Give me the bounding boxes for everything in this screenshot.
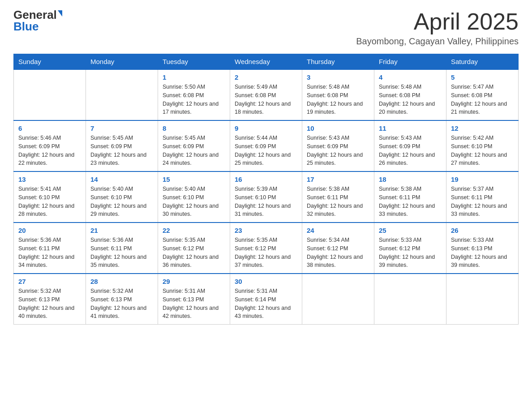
week-row-1: 1Sunrise: 5:50 AMSunset: 6:08 PMDaylight…	[14, 69, 519, 120]
day-info: Sunrise: 5:37 AMSunset: 6:11 PMDaylight:…	[451, 185, 514, 218]
day-cell: 22Sunrise: 5:35 AMSunset: 6:12 PMDayligh…	[158, 223, 230, 274]
day-number: 20	[18, 227, 81, 234]
week-row-4: 20Sunrise: 5:36 AMSunset: 6:11 PMDayligh…	[14, 223, 519, 274]
day-cell	[14, 69, 86, 120]
day-info: Sunrise: 5:44 AMSunset: 6:09 PMDaylight:…	[235, 134, 297, 167]
day-cell: 23Sunrise: 5:35 AMSunset: 6:12 PMDayligh…	[230, 223, 302, 274]
day-number: 3	[307, 73, 369, 81]
day-number: 22	[163, 227, 225, 234]
logo-triangle-icon	[58, 10, 62, 17]
day-cell: 3Sunrise: 5:48 AMSunset: 6:08 PMDaylight…	[302, 69, 374, 120]
calendar-table: SundayMondayTuesdayWednesdayThursdayFrid…	[13, 54, 519, 325]
logo-general: General	[13, 9, 57, 21]
day-cell: 28Sunrise: 5:32 AMSunset: 6:13 PMDayligh…	[86, 274, 158, 325]
day-cell: 10Sunrise: 5:43 AMSunset: 6:09 PMDayligh…	[302, 120, 374, 171]
logo: General Blue	[13, 9, 62, 32]
day-cell: 13Sunrise: 5:41 AMSunset: 6:10 PMDayligh…	[14, 171, 86, 223]
day-number: 11	[379, 124, 442, 132]
day-cell: 30Sunrise: 5:31 AMSunset: 6:14 PMDayligh…	[230, 274, 302, 325]
day-number: 12	[451, 124, 514, 132]
day-number: 4	[379, 73, 442, 81]
weekday-header-monday: Monday	[86, 54, 158, 70]
day-cell: 19Sunrise: 5:37 AMSunset: 6:11 PMDayligh…	[446, 171, 519, 223]
day-number: 7	[90, 124, 153, 132]
day-info: Sunrise: 5:48 AMSunset: 6:08 PMDaylight:…	[307, 83, 369, 116]
day-cell: 20Sunrise: 5:36 AMSunset: 6:11 PMDayligh…	[14, 223, 86, 274]
day-number: 14	[90, 176, 153, 183]
day-number: 24	[307, 227, 369, 234]
day-cell: 11Sunrise: 5:43 AMSunset: 6:09 PMDayligh…	[374, 120, 446, 171]
day-info: Sunrise: 5:45 AMSunset: 6:09 PMDaylight:…	[163, 134, 225, 167]
day-info: Sunrise: 5:43 AMSunset: 6:09 PMDaylight:…	[307, 134, 369, 167]
day-cell: 16Sunrise: 5:39 AMSunset: 6:10 PMDayligh…	[230, 171, 302, 223]
day-number: 21	[90, 227, 153, 234]
day-cell: 12Sunrise: 5:42 AMSunset: 6:10 PMDayligh…	[446, 120, 519, 171]
day-number: 16	[235, 176, 297, 183]
day-number: 5	[451, 73, 514, 81]
day-cell	[446, 274, 519, 325]
day-number: 6	[18, 124, 81, 132]
day-number: 23	[235, 227, 297, 234]
day-info: Sunrise: 5:39 AMSunset: 6:10 PMDaylight:…	[235, 185, 297, 218]
day-info: Sunrise: 5:33 AMSunset: 6:13 PMDaylight:…	[451, 236, 514, 270]
day-info: Sunrise: 5:32 AMSunset: 6:13 PMDaylight:…	[90, 287, 153, 321]
title-area: April 2025 Bayombong, Cagayan Valley, Ph…	[356, 9, 519, 47]
day-info: Sunrise: 5:36 AMSunset: 6:11 PMDaylight:…	[18, 236, 81, 270]
day-cell: 29Sunrise: 5:31 AMSunset: 6:13 PMDayligh…	[158, 274, 230, 325]
day-cell: 21Sunrise: 5:36 AMSunset: 6:11 PMDayligh…	[86, 223, 158, 274]
day-info: Sunrise: 5:40 AMSunset: 6:10 PMDaylight:…	[163, 185, 225, 218]
day-number: 30	[235, 278, 297, 285]
weekday-header-wednesday: Wednesday	[230, 54, 302, 70]
day-info: Sunrise: 5:32 AMSunset: 6:13 PMDaylight:…	[18, 287, 81, 321]
day-info: Sunrise: 5:34 AMSunset: 6:12 PMDaylight:…	[307, 236, 369, 270]
day-number: 19	[451, 176, 514, 183]
week-row-2: 6Sunrise: 5:46 AMSunset: 6:09 PMDaylight…	[14, 120, 519, 171]
page-header: General Blue April 2025 Bayombong, Cagay…	[13, 9, 519, 47]
day-number: 15	[163, 176, 225, 183]
weekday-header-thursday: Thursday	[302, 54, 374, 70]
day-number: 25	[379, 227, 442, 234]
day-info: Sunrise: 5:31 AMSunset: 6:13 PMDaylight:…	[163, 287, 225, 321]
day-cell: 15Sunrise: 5:40 AMSunset: 6:10 PMDayligh…	[158, 171, 230, 223]
day-info: Sunrise: 5:46 AMSunset: 6:09 PMDaylight:…	[18, 134, 81, 167]
day-number: 18	[379, 176, 442, 183]
day-number: 9	[235, 124, 297, 132]
day-number: 1	[163, 73, 225, 81]
day-info: Sunrise: 5:40 AMSunset: 6:10 PMDaylight:…	[90, 185, 153, 218]
day-number: 28	[90, 278, 153, 285]
day-cell: 14Sunrise: 5:40 AMSunset: 6:10 PMDayligh…	[86, 171, 158, 223]
day-cell	[374, 274, 446, 325]
weekday-header-sunday: Sunday	[14, 54, 86, 70]
location-title: Bayombong, Cagayan Valley, Philippines	[356, 36, 519, 47]
logo-blue: Blue	[13, 21, 39, 32]
day-info: Sunrise: 5:38 AMSunset: 6:11 PMDaylight:…	[379, 185, 442, 218]
day-number: 27	[18, 278, 81, 285]
day-info: Sunrise: 5:33 AMSunset: 6:12 PMDaylight:…	[379, 236, 442, 270]
week-row-3: 13Sunrise: 5:41 AMSunset: 6:10 PMDayligh…	[14, 171, 519, 223]
day-cell: 18Sunrise: 5:38 AMSunset: 6:11 PMDayligh…	[374, 171, 446, 223]
weekday-header-tuesday: Tuesday	[158, 54, 230, 70]
day-number: 2	[235, 73, 297, 81]
day-info: Sunrise: 5:41 AMSunset: 6:10 PMDaylight:…	[18, 185, 81, 218]
day-cell	[86, 69, 158, 120]
day-cell: 6Sunrise: 5:46 AMSunset: 6:09 PMDaylight…	[14, 120, 86, 171]
day-number: 10	[307, 124, 369, 132]
day-cell: 8Sunrise: 5:45 AMSunset: 6:09 PMDaylight…	[158, 120, 230, 171]
day-info: Sunrise: 5:49 AMSunset: 6:08 PMDaylight:…	[235, 83, 297, 116]
day-info: Sunrise: 5:38 AMSunset: 6:11 PMDaylight:…	[307, 185, 369, 218]
day-number: 29	[163, 278, 225, 285]
day-info: Sunrise: 5:42 AMSunset: 6:10 PMDaylight:…	[451, 134, 514, 167]
day-cell: 24Sunrise: 5:34 AMSunset: 6:12 PMDayligh…	[302, 223, 374, 274]
weekday-header-friday: Friday	[374, 54, 446, 70]
day-info: Sunrise: 5:45 AMSunset: 6:09 PMDaylight:…	[90, 134, 153, 167]
day-info: Sunrise: 5:36 AMSunset: 6:11 PMDaylight:…	[90, 236, 153, 270]
month-title: April 2025	[356, 9, 519, 34]
day-cell	[302, 274, 374, 325]
day-info: Sunrise: 5:48 AMSunset: 6:08 PMDaylight:…	[379, 83, 442, 116]
day-cell: 17Sunrise: 5:38 AMSunset: 6:11 PMDayligh…	[302, 171, 374, 223]
day-info: Sunrise: 5:47 AMSunset: 6:08 PMDaylight:…	[451, 83, 514, 116]
day-cell: 2Sunrise: 5:49 AMSunset: 6:08 PMDaylight…	[230, 69, 302, 120]
day-cell: 4Sunrise: 5:48 AMSunset: 6:08 PMDaylight…	[374, 69, 446, 120]
day-cell: 25Sunrise: 5:33 AMSunset: 6:12 PMDayligh…	[374, 223, 446, 274]
weekday-header-saturday: Saturday	[446, 54, 519, 70]
